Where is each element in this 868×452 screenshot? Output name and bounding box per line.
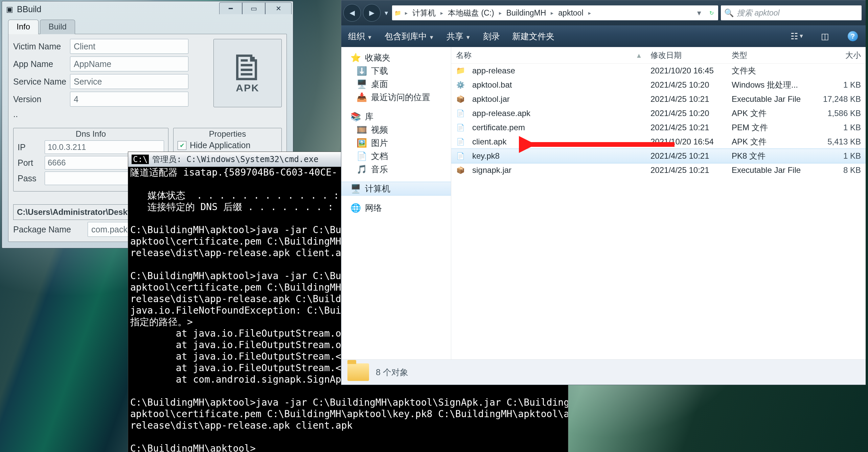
file-type-icon: 📦 <box>456 165 465 176</box>
file-row[interactable]: 📄key.pk82021/4/25 10:21PK8 文件1 KB <box>451 149 866 163</box>
col-type[interactable]: 类型 <box>727 47 808 63</box>
explorer-status-bar: 8 个对象 <box>341 359 866 385</box>
explorer-file-list: 名称▴ 修改日期 类型 大小 📁app-release2021/10/20 16… <box>451 47 866 359</box>
nav-favorites[interactable]: ⭐收藏夹 <box>341 51 451 64</box>
file-name: app-release.apk <box>472 109 530 118</box>
back-button[interactable]: ◄ <box>343 4 361 22</box>
apk-file-icon: 🗎 <box>229 52 266 82</box>
document-icon: 📄 <box>357 151 366 161</box>
file-row[interactable]: 📄certificate.pem2021/4/25 10:21PEM 文件1 K… <box>451 120 866 135</box>
file-row[interactable]: ⚙️apktool.bat2021/4/25 10:20Windows 批处理.… <box>451 78 866 92</box>
minimize-button[interactable]: ━ <box>219 2 242 14</box>
nav-videos[interactable]: 🎞️视频 <box>341 123 451 136</box>
help-button[interactable]: ? <box>847 30 859 42</box>
explorer-nav-pane[interactable]: ⭐收藏夹 ⬇️下载 🖥️桌面 📥最近访问的位置 📚库 🎞️视频 🖼️图片 📄文档… <box>341 47 451 359</box>
cmd-title-text: 管理员: C:\Windows\System32\cmd.exe <box>152 154 318 165</box>
victim-name-input[interactable] <box>70 39 188 54</box>
new-folder-button[interactable]: 新建文件夹 <box>512 31 554 42</box>
breadcrumb-bar[interactable]: 📁 ▸ 计算机 ▸ 本地磁盘 (C:) ▸ BuildingMH ▸ apkto… <box>392 5 718 20</box>
file-size: 1 KB <box>808 149 866 163</box>
search-box[interactable]: 🔍 搜索 apktool <box>721 5 862 20</box>
file-name: certificate.pem <box>472 123 525 132</box>
organize-button[interactable]: 组织▼ <box>348 31 372 42</box>
file-type-icon: 📦 <box>456 94 465 105</box>
col-size[interactable]: 大小 <box>808 47 866 63</box>
dns-info-title: Dns Info <box>14 128 168 140</box>
file-date: 2021/10/20 16:54 <box>646 135 727 149</box>
file-row[interactable]: 📦apktool.jar2021/4/25 10:21Executable Ja… <box>451 92 866 106</box>
forward-button[interactable]: ► <box>363 4 381 22</box>
search-icon: 🔍 <box>724 8 734 18</box>
file-type-icon: 📄 <box>456 122 465 133</box>
share-button[interactable]: 共享▼ <box>447 31 471 42</box>
file-size: 1 KB <box>808 120 866 135</box>
nav-network[interactable]: 🌐网络 <box>341 201 451 214</box>
version-input[interactable] <box>70 92 188 107</box>
app-name-label: App Name <box>13 59 70 69</box>
breadcrumb-folder-1[interactable]: BuildingMH <box>503 5 550 20</box>
view-button[interactable]: ☷▼ <box>791 30 803 42</box>
file-row[interactable]: 📦signapk.jar2021/4/25 10:21Executable Ja… <box>451 163 866 177</box>
app-name-input[interactable] <box>70 56 188 71</box>
nav-computer[interactable]: 🖥️计算机 <box>341 182 451 195</box>
column-headers[interactable]: 名称▴ 修改日期 类型 大小 <box>451 47 866 64</box>
history-dropdown[interactable]: ▾ <box>383 9 390 17</box>
file-type: Executable Jar File <box>727 163 808 177</box>
bbuild-titlebar[interactable]: ▣ BBuild ━ ▭ ✕ <box>2 1 293 19</box>
col-name[interactable]: 名称▴ <box>451 47 646 63</box>
nav-downloads[interactable]: ⬇️下载 <box>341 64 451 77</box>
nav-pictures[interactable]: 🖼️图片 <box>341 136 451 150</box>
file-row[interactable]: 📁app-release2021/10/20 16:45文件夹 <box>451 64 866 78</box>
desktop-icon: 🖥️ <box>357 79 366 89</box>
file-type: APK 文件 <box>727 135 808 149</box>
bbuild-title: BBuild <box>17 4 41 14</box>
picture-icon: 🖼️ <box>357 138 366 148</box>
library-icon: 📚 <box>351 112 360 121</box>
breadcrumb-computer[interactable]: 计算机 <box>409 5 439 20</box>
version-label: Version <box>13 94 70 104</box>
file-type-icon: ⚙️ <box>456 80 465 90</box>
properties-title: Properties <box>174 128 281 140</box>
file-date: 2021/4/25 10:20 <box>646 106 727 120</box>
network-icon: 🌐 <box>351 203 360 213</box>
explorer-window: ◄ ► ▾ 📁 ▸ 计算机 ▸ 本地磁盘 (C:) ▸ BuildingMH ▸… <box>341 0 866 385</box>
nav-libraries[interactable]: 📚库 <box>341 110 451 123</box>
file-type: PK8 文件 <box>727 149 808 163</box>
explorer-address-bar: ◄ ► ▾ 📁 ▸ 计算机 ▸ 本地磁盘 (C:) ▸ BuildingMH ▸… <box>341 0 866 25</box>
refresh-button[interactable]: ↻ <box>705 10 718 16</box>
victim-name-label: Victim Name <box>13 42 70 51</box>
pass-label: Pass <box>18 174 45 183</box>
file-row[interactable]: 📄app-release.apk2021/4/25 10:20APK 文件1,5… <box>451 106 866 120</box>
file-size: 1 KB <box>808 78 866 92</box>
maximize-button[interactable]: ▭ <box>242 2 265 14</box>
recent-icon: 📥 <box>357 92 366 102</box>
tab-build[interactable]: Build <box>40 20 75 34</box>
col-date[interactable]: 修改日期 <box>646 47 727 63</box>
nav-music[interactable]: 🎵音乐 <box>341 163 451 176</box>
nav-documents[interactable]: 📄文档 <box>341 150 451 163</box>
service-name-input[interactable] <box>70 74 188 89</box>
folder-icon: 📁 <box>392 10 404 16</box>
file-name: signapk.jar <box>472 165 511 175</box>
search-placeholder: 搜索 apktool <box>737 8 780 18</box>
file-type: APK 文件 <box>727 106 808 120</box>
addr-dropdown[interactable]: ▾ <box>694 5 705 20</box>
hide-app-checkbox[interactable]: ✔ <box>178 141 186 150</box>
include-button[interactable]: 包含到库中▼ <box>385 31 434 42</box>
breadcrumb-folder-2[interactable]: apktool <box>555 5 587 20</box>
file-name: client.apk <box>472 137 506 146</box>
tab-info[interactable]: Info <box>8 20 39 34</box>
preview-pane-button[interactable]: ◫ <box>819 30 831 42</box>
file-name: app-release <box>472 66 515 75</box>
computer-icon: 🖥️ <box>351 184 360 194</box>
nav-desktop[interactable]: 🖥️桌面 <box>341 77 451 91</box>
service-name-label: Service Name <box>13 77 70 87</box>
close-button[interactable]: ✕ <box>265 2 292 14</box>
burn-button[interactable]: 刻录 <box>483 31 500 42</box>
nav-recent[interactable]: 📥最近访问的位置 <box>341 91 451 104</box>
file-row[interactable]: 📄client.apk2021/10/20 16:54APK 文件5,413 K… <box>451 135 866 149</box>
package-name-label: Package Name <box>13 225 88 234</box>
file-name: key.pk8 <box>472 151 500 161</box>
breadcrumb-drive[interactable]: 本地磁盘 (C:) <box>444 5 498 20</box>
file-name: apktool.jar <box>472 94 510 104</box>
